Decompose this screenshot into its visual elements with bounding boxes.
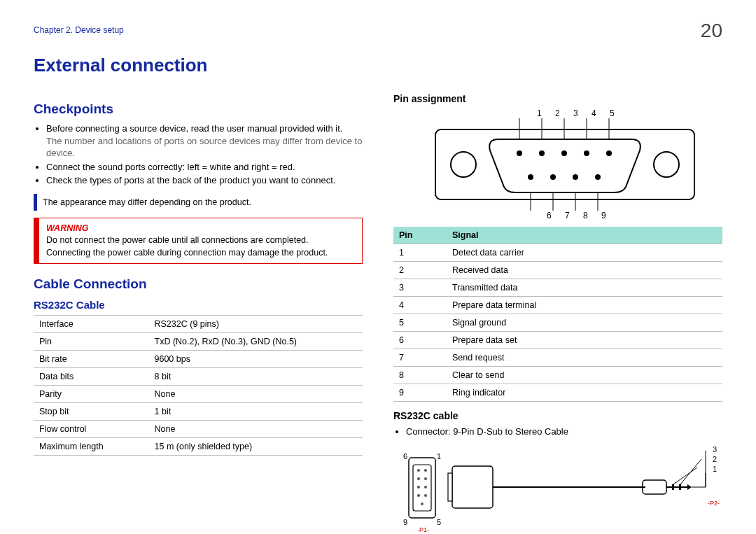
table-row: Data bits8 bit xyxy=(34,368,363,386)
checkpoint-item: Before connecting a source device, read … xyxy=(46,122,363,160)
jack-label-1: 1 xyxy=(713,465,717,473)
svg-point-2 xyxy=(654,152,679,177)
rs232c-cable-heading: RS232C Cable xyxy=(34,299,363,311)
warning-line-2: Connecting the power cable during connec… xyxy=(46,247,355,260)
svg-rect-33 xyxy=(448,473,452,501)
spec-key: Maximum length xyxy=(34,438,149,456)
svg-point-31 xyxy=(421,503,424,505)
signal-cell: Prepare data set xyxy=(447,332,722,349)
spec-key: Data bits xyxy=(34,368,149,386)
svg-point-11 xyxy=(606,150,612,156)
spec-value: RS232C (9 pins) xyxy=(149,316,363,333)
page-title: External connection xyxy=(34,55,722,76)
pin-label-6: 6 xyxy=(403,452,407,461)
svg-point-15 xyxy=(550,174,556,180)
warning-label: WARNING xyxy=(46,223,355,235)
table-row: 9Ring indicator xyxy=(393,384,722,402)
svg-point-23 xyxy=(417,469,420,472)
svg-point-7 xyxy=(561,150,567,156)
p2-label: -P2- xyxy=(708,500,720,507)
pin-cell: 8 xyxy=(393,367,447,384)
db9-to-stereo-cable-icon xyxy=(393,445,722,533)
cable-diagram: 6 1 9 5 -P1- 3 2 1 -P2- xyxy=(393,445,722,534)
svg-point-9 xyxy=(584,150,589,156)
pin-numbers-bottom: 6 7 8 9 xyxy=(547,211,612,220)
svg-point-29 xyxy=(417,494,420,497)
right-column: Pin assignment 1 2 3 4 5 xyxy=(393,89,722,534)
spec-value: 8 bit xyxy=(149,368,363,386)
spec-value: None xyxy=(149,421,363,438)
table-row: 6Prepare data set xyxy=(393,332,722,349)
svg-point-26 xyxy=(424,477,427,480)
svg-point-19 xyxy=(595,174,601,180)
content-columns: Checkpoints Before connecting a source d… xyxy=(34,89,722,534)
spec-value: 15 m (only shielded type) xyxy=(149,438,363,456)
table-row: Stop bit1 bit xyxy=(34,403,363,421)
pin-cell: 7 xyxy=(393,349,447,367)
table-row: ParityNone xyxy=(34,386,363,403)
pin-signal-table: Pin Signal 1Detect data carrier 2Receive… xyxy=(393,227,722,402)
spec-value: 1 bit xyxy=(149,403,363,421)
cable-bullet-list: Connector: 9-Pin D-Sub to Stereo Cable xyxy=(393,426,722,438)
checkpoint-item: Connect the sound ports correctly: left … xyxy=(46,161,363,174)
svg-rect-32 xyxy=(452,466,493,508)
pin-cell: 3 xyxy=(393,279,447,297)
svg-point-3 xyxy=(517,150,522,156)
warning-line-1: Do not connect the power cable until all… xyxy=(46,234,355,247)
table-row: 1Detect data carrier xyxy=(393,244,722,262)
table-header-row: Pin Signal xyxy=(393,227,722,244)
cable-connector-text: Connector: 9-Pin D-Sub to Stereo Cable xyxy=(406,426,722,438)
signal-cell: Transmitted data xyxy=(447,279,722,297)
svg-point-17 xyxy=(573,174,578,180)
spec-value: 9600 bps xyxy=(149,351,363,368)
jack-label-2: 2 xyxy=(713,455,717,463)
db9-connector-icon xyxy=(393,108,715,224)
spec-key: Flow control xyxy=(34,421,149,438)
jack-label-3: 3 xyxy=(713,445,717,454)
rs232c-spec-table: InterfaceRS232C (9 pins) PinTxD (No.2), … xyxy=(34,315,363,456)
pin-cell: 9 xyxy=(393,384,447,402)
spec-key: Interface xyxy=(34,316,149,333)
svg-point-27 xyxy=(417,486,420,489)
svg-point-24 xyxy=(424,469,427,472)
table-row: Maximum length15 m (only shielded type) xyxy=(34,438,363,456)
table-row: 5Signal ground xyxy=(393,314,722,332)
spec-value: TxD (No.2), RxD (No.3), GND (No.5) xyxy=(149,333,363,351)
checkpoint-text: Before connecting a source device, read … xyxy=(46,123,342,134)
cable-connection-heading: Cable Connection xyxy=(34,276,363,292)
svg-point-28 xyxy=(424,486,427,489)
table-row: Bit rate9600 bps xyxy=(34,351,363,368)
breadcrumb: Chapter 2. Device setup xyxy=(34,25,722,35)
signal-cell: Detect data carrier xyxy=(447,244,722,262)
pin-label-1: 1 xyxy=(437,452,441,461)
checkpoints-heading: Checkpoints xyxy=(34,101,363,117)
table-row: 3Transmitted data xyxy=(393,279,722,297)
pin-cell: 4 xyxy=(393,297,447,314)
pin-label-9: 9 xyxy=(403,518,407,526)
pin-cell: 2 xyxy=(393,262,447,279)
pin-numbers-top: 1 2 3 4 5 xyxy=(537,108,620,118)
pin-cell: 1 xyxy=(393,244,447,262)
checkpoint-item: Check the types of ports at the back of … xyxy=(46,174,363,187)
appearance-note: The appearance may differ depending on t… xyxy=(34,194,363,211)
left-column: Checkpoints Before connecting a source d… xyxy=(34,89,363,534)
spec-key: Bit rate xyxy=(34,351,149,368)
signal-cell: Clear to send xyxy=(447,367,722,384)
table-row: 4Prepare data terminal xyxy=(393,297,722,314)
svg-rect-36 xyxy=(672,484,674,490)
table-row: InterfaceRS232C (9 pins) xyxy=(34,316,363,333)
pin-header: Pin xyxy=(393,227,447,244)
spec-value: None xyxy=(149,386,363,403)
pin-cell: 6 xyxy=(393,332,447,349)
spec-key: Stop bit xyxy=(34,403,149,421)
table-row: 8Clear to send xyxy=(393,367,722,384)
svg-point-30 xyxy=(424,494,427,497)
spec-key: Pin xyxy=(34,333,149,351)
signal-cell: Send request xyxy=(447,349,722,367)
signal-cell: Ring indicator xyxy=(447,384,722,402)
table-row: Flow controlNone xyxy=(34,421,363,438)
svg-point-25 xyxy=(417,477,420,480)
signal-cell: Prepare data terminal xyxy=(447,297,722,314)
pin-cell: 5 xyxy=(393,314,447,332)
table-row: PinTxD (No.2), RxD (No.3), GND (No.5) xyxy=(34,333,363,351)
